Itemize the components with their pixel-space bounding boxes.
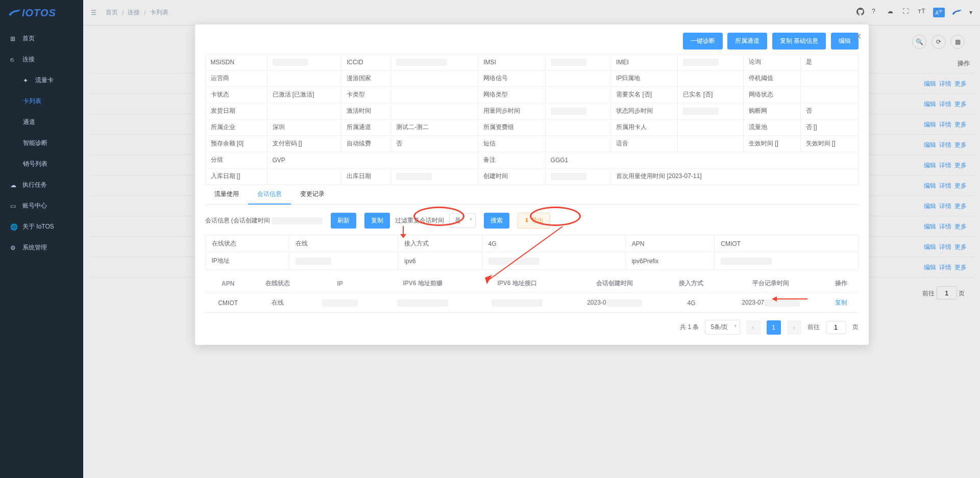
- session-info-table: 在线状态 在线 接入方式 4G APN CMIOT IP地址 ipv6 ipv6…: [205, 235, 859, 270]
- ipzone-value: [678, 70, 744, 87]
- dashboard-icon: ⊞: [10, 35, 17, 42]
- channel-button[interactable]: 所属通道: [727, 33, 767, 49]
- cardtype-label: 卡类型: [341, 87, 390, 103]
- filter-label: 过滤重复会话时间: [395, 216, 444, 225]
- sidebar-item-cardlist[interactable]: 卡列表: [0, 91, 83, 112]
- tab-usage[interactable]: 流量使用: [205, 185, 248, 204]
- close-icon[interactable]: ✕: [855, 32, 862, 41]
- copy-button[interactable]: 复制: [364, 213, 390, 229]
- netstate-value: [800, 87, 858, 103]
- per-page-select[interactable]: 5条/页: [705, 320, 740, 335]
- sms-value: [545, 136, 611, 152]
- diagnose-button[interactable]: 一键诊断: [683, 33, 723, 49]
- prev-page-button[interactable]: ‹: [746, 320, 761, 335]
- info-table: MSISDN ICCID IMSI IMEI 论询是 运营商 漫游国家 网络信号…: [205, 54, 859, 185]
- autorenew-value: 否: [391, 136, 478, 152]
- goto-page-input[interactable]: [826, 321, 846, 334]
- sidebar-item-cancel-list[interactable]: 销号列表: [0, 154, 83, 174]
- carrier-label: 运营商: [205, 70, 267, 87]
- modal-backdrop: ✕ 一键诊断 所属通道 复制 基础信息 编辑 MSISDN ICCID IMSI…: [83, 0, 980, 478]
- pool-value: 否 []: [800, 119, 858, 136]
- create-label: 创建时间: [478, 168, 545, 185]
- th-logged: 平台记录时间: [718, 274, 824, 293]
- cardstate-label: 卡状态: [205, 87, 267, 103]
- td-ipv6int: [470, 293, 565, 313]
- sidebar-item-home[interactable]: ⊞首页: [0, 28, 83, 49]
- carduser-value: [678, 119, 744, 136]
- page-suffix: 页: [852, 323, 859, 332]
- filter-select[interactable]: 是: [449, 213, 476, 228]
- page-1-button[interactable]: 1: [767, 320, 781, 335]
- card-detail-modal: ✕ 一键诊断 所属通道 复制 基础信息 编辑 MSISDN ICCID IMSI…: [195, 24, 869, 345]
- poll-value: 是: [800, 54, 858, 70]
- main-area: ☰ 首页 / 连接 / 卡列表 ? ☁ ⛶ ᴛT A中 ▾ 🔍 ⟳: [83, 0, 980, 478]
- export-button[interactable]: ⬇ 导出: [518, 213, 550, 229]
- sidebar-item-label: 首页: [22, 34, 35, 43]
- feegroup-value: [545, 119, 611, 136]
- td-access: 4G: [665, 293, 718, 313]
- imei-value: [678, 54, 744, 70]
- ship-value: [267, 103, 341, 119]
- link-icon: ⎋: [10, 56, 17, 63]
- balance-label: 预存余额 [0]: [205, 136, 267, 152]
- pool-label: 流量池: [743, 119, 800, 136]
- sidebar-item-about[interactable]: 🌐关于 IoTOS: [0, 216, 83, 237]
- account-icon: ▭: [10, 203, 17, 210]
- table-row: CMIOT 在线 2023-0 4G 2023-07 复制: [205, 293, 859, 313]
- main-menu: ⊞首页 ⎋连接 ✦流量卡 卡列表 通道 智能诊断 销号列表 ☁执行任务 ▭账号中…: [0, 26, 83, 258]
- access-value: 4G: [482, 235, 625, 253]
- total-count: 共 1 条: [680, 323, 699, 332]
- td-ip: [305, 293, 376, 313]
- copy-link[interactable]: 复制: [835, 299, 847, 306]
- copy-base-button[interactable]: 复制 基础信息: [772, 33, 826, 49]
- company-value: 深圳: [267, 119, 341, 136]
- iccid-value: [391, 54, 478, 70]
- nettype-value: [545, 87, 611, 103]
- th-online: 在线状态: [251, 274, 305, 293]
- search-button[interactable]: 搜索: [484, 213, 509, 229]
- online-state-label: 在线状态: [205, 235, 289, 253]
- modal-tabs: 流量使用 会话信息 变更记录: [205, 185, 859, 205]
- roam-label: 漫游国家: [341, 70, 390, 87]
- th-ip: IP: [305, 274, 376, 293]
- voice-label: 语音: [611, 136, 678, 152]
- sidebar-item-system[interactable]: ⚙系统管理: [0, 237, 83, 258]
- sidebar-item-flowcard[interactable]: ✦流量卡: [0, 70, 83, 91]
- online-state-value: 在线: [289, 235, 398, 253]
- voice-value: [678, 136, 744, 152]
- tab-session[interactable]: 会话信息: [248, 185, 291, 205]
- sidebar: IOTOS ⊞首页 ⎋连接 ✦流量卡 卡列表 通道 智能诊断 销号列表 ☁执行任…: [0, 0, 83, 478]
- sidebar-item-connect[interactable]: ⎋连接: [0, 49, 83, 70]
- outstock-label: 出库日期: [341, 168, 390, 185]
- td-online: 在线: [251, 293, 305, 313]
- ip-value: [289, 253, 398, 270]
- next-page-button[interactable]: ›: [787, 320, 801, 335]
- ipv6-value: [482, 253, 625, 270]
- sidebar-item-tasks[interactable]: ☁执行任务: [0, 174, 83, 195]
- nettype-label: 网络类型: [478, 87, 545, 103]
- th-ops: 操作: [824, 274, 859, 293]
- sidebar-item-diagnose[interactable]: 智能诊断: [0, 133, 83, 154]
- globe-icon: 🌐: [10, 223, 17, 231]
- iccid-label: ICCID: [341, 54, 390, 70]
- td-ipv6prefix: [376, 293, 470, 313]
- sidebar-item-channel[interactable]: 通道: [0, 112, 83, 133]
- realname-label: 需要实名 [否]: [611, 87, 678, 103]
- td-logged: 2023-07: [718, 293, 824, 313]
- group-value: GVP: [267, 152, 478, 168]
- msisdn-value: [267, 54, 341, 70]
- usagesync-label: 用量同步时间: [478, 103, 545, 119]
- apn-value: CMIOT: [715, 235, 858, 253]
- usagesync-value: [545, 103, 611, 119]
- sidebar-item-account[interactable]: ▭账号中心: [0, 195, 83, 216]
- apn-label: APN: [625, 235, 715, 253]
- carduser-label: 所属用卡人: [611, 119, 678, 136]
- refresh-button[interactable]: 刷新: [331, 213, 356, 229]
- imei-label: IMEI: [611, 54, 678, 70]
- channel-value: 测试二-测二: [391, 119, 478, 136]
- paypwd-value: 支付密码 []: [267, 136, 341, 152]
- gear-icon: ⚙: [10, 244, 17, 251]
- tab-change[interactable]: 变更记录: [291, 185, 334, 204]
- edit-button[interactable]: 编辑: [831, 33, 859, 49]
- td-ops: 复制: [824, 293, 859, 313]
